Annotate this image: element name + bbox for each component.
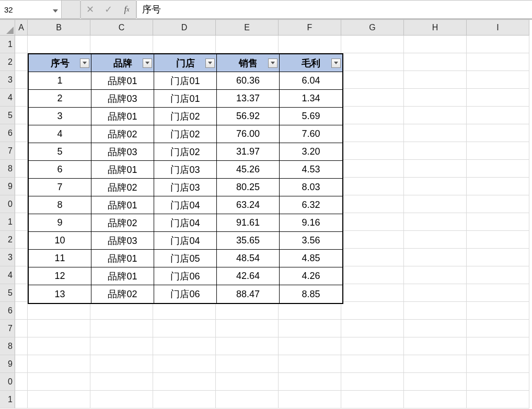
table-cell[interactable]: 品牌03 <box>91 90 154 108</box>
table-cell[interactable]: 63.24 <box>217 196 280 214</box>
table-cell[interactable]: 91.61 <box>217 214 280 232</box>
row-header-13[interactable]: 3 <box>0 249 15 266</box>
table-cell[interactable]: 4 <box>29 125 91 143</box>
table-cell[interactable]: 6.32 <box>280 196 342 214</box>
enter-icon[interactable]: ✓ <box>99 1 118 18</box>
row-header-6[interactable]: 6 <box>0 124 15 142</box>
table-cell[interactable]: 48.54 <box>217 250 280 267</box>
row-header-1[interactable]: 1 <box>0 36 15 53</box>
table-cell[interactable]: 5 <box>29 143 91 161</box>
table-cell[interactable]: 45.26 <box>217 161 280 179</box>
column-header-G[interactable]: G <box>341 20 404 36</box>
column-header-H[interactable]: H <box>404 20 467 36</box>
filter-dropdown-icon[interactable] <box>331 59 341 68</box>
table-cell[interactable]: 门店01 <box>154 90 217 108</box>
table-cell[interactable]: 门店02 <box>154 108 217 125</box>
column-header-F[interactable]: F <box>279 20 341 36</box>
row-header-17[interactable]: 7 <box>0 320 15 337</box>
column-header-A[interactable]: A <box>15 20 28 36</box>
select-all-triangle[interactable] <box>0 20 15 36</box>
table-cell[interactable]: 3 <box>29 108 91 125</box>
row-header-19[interactable]: 9 <box>0 355 15 373</box>
filter-dropdown-icon[interactable] <box>143 59 152 68</box>
table-cell[interactable]: 1.34 <box>280 90 342 108</box>
table-cell[interactable]: 4.53 <box>280 161 342 179</box>
cancel-icon[interactable]: ✕ <box>81 1 99 18</box>
table-cell[interactable]: 8 <box>29 196 91 214</box>
table-cell[interactable]: 6.04 <box>280 72 342 90</box>
table-cell[interactable]: 品牌02 <box>91 214 154 232</box>
table-cell[interactable]: 8.03 <box>280 179 342 196</box>
row-header-9[interactable]: 9 <box>0 178 15 195</box>
column-header-D[interactable]: D <box>153 20 216 36</box>
table-cell[interactable]: 门店01 <box>154 72 217 90</box>
table-cell[interactable]: 31.97 <box>217 143 280 161</box>
column-header-E[interactable]: E <box>216 20 279 36</box>
table-cell[interactable]: 3.56 <box>280 232 342 250</box>
table-cell[interactable]: 60.36 <box>217 72 280 90</box>
table-cell[interactable]: 品牌01 <box>91 161 154 179</box>
table-cell[interactable]: 品牌01 <box>91 72 154 90</box>
table-cell[interactable]: 品牌03 <box>91 143 154 161</box>
table-cell[interactable]: 7 <box>29 179 91 196</box>
row-header-15[interactable]: 5 <box>0 284 15 302</box>
fx-icon[interactable]: fx <box>118 1 136 18</box>
row-header-12[interactable]: 2 <box>0 231 15 249</box>
table-cell[interactable]: 35.65 <box>217 232 280 250</box>
table-cell[interactable]: 88.47 <box>217 285 280 303</box>
table-cell[interactable]: 2 <box>29 90 91 108</box>
table-cell[interactable]: 门店02 <box>154 143 217 161</box>
table-cell[interactable]: 80.25 <box>217 179 280 196</box>
row-header-10[interactable]: 0 <box>0 195 15 213</box>
table-cell[interactable]: 9.16 <box>280 214 342 232</box>
sheet-area[interactable]: 序号品牌门店销售毛利1品牌01门店0160.366.042品牌03门店0113.… <box>15 36 532 408</box>
table-cell[interactable]: 13.37 <box>217 90 280 108</box>
table-cell[interactable]: 4.85 <box>280 250 342 267</box>
table-cell[interactable]: 品牌01 <box>91 267 154 285</box>
table-cell[interactable]: 品牌02 <box>91 125 154 143</box>
table-cell[interactable]: 门店06 <box>154 285 217 303</box>
column-header-I[interactable]: I <box>467 20 529 36</box>
name-box[interactable]: 32 <box>0 0 62 19</box>
row-header-8[interactable]: 8 <box>0 160 15 178</box>
table-cell[interactable]: 3.20 <box>280 143 342 161</box>
row-header-14[interactable]: 4 <box>0 266 15 284</box>
row-header-16[interactable]: 6 <box>0 302 15 320</box>
row-header-3[interactable]: 3 <box>0 71 15 89</box>
table-cell[interactable]: 11 <box>29 250 91 267</box>
table-cell[interactable]: 品牌03 <box>91 232 154 250</box>
formula-input[interactable]: 序号 <box>137 0 532 19</box>
table-cell[interactable]: 7.60 <box>280 125 342 143</box>
row-header-4[interactable]: 4 <box>0 89 15 107</box>
table-cell[interactable]: 9 <box>29 214 91 232</box>
table-cell[interactable]: 门店05 <box>154 250 217 267</box>
row-header-20[interactable]: 0 <box>0 373 15 391</box>
table-cell[interactable]: 品牌01 <box>91 250 154 267</box>
table-cell[interactable]: 5.69 <box>280 108 342 125</box>
row-header-18[interactable]: 8 <box>0 337 15 355</box>
row-header-2[interactable]: 2 <box>0 53 15 71</box>
filter-dropdown-icon[interactable] <box>80 59 89 68</box>
table-cell[interactable]: 4.26 <box>280 267 342 285</box>
row-header-11[interactable]: 1 <box>0 213 15 231</box>
table-cell[interactable]: 1 <box>29 72 91 90</box>
table-cell[interactable]: 品牌02 <box>91 179 154 196</box>
table-cell[interactable]: 10 <box>29 232 91 250</box>
table-cell[interactable]: 门店04 <box>154 214 217 232</box>
table-cell[interactable]: 76.00 <box>217 125 280 143</box>
table-cell[interactable]: 品牌02 <box>91 285 154 303</box>
table-cell[interactable]: 门店06 <box>154 267 217 285</box>
table-cell[interactable]: 8.85 <box>280 285 342 303</box>
row-header-21[interactable]: 1 <box>0 391 15 408</box>
table-cell[interactable]: 13 <box>29 285 91 303</box>
row-header-7[interactable]: 7 <box>0 142 15 160</box>
column-header-C[interactable]: C <box>90 20 153 36</box>
table-cell[interactable]: 42.64 <box>217 267 280 285</box>
table-cell[interactable]: 门店04 <box>154 232 217 250</box>
column-header-B[interactable]: B <box>28 20 90 36</box>
filter-dropdown-icon[interactable] <box>205 59 215 68</box>
filter-dropdown-icon[interactable] <box>268 59 277 68</box>
table-cell[interactable]: 门店02 <box>154 125 217 143</box>
table-cell[interactable]: 品牌01 <box>91 196 154 214</box>
table-cell[interactable]: 56.92 <box>217 108 280 125</box>
